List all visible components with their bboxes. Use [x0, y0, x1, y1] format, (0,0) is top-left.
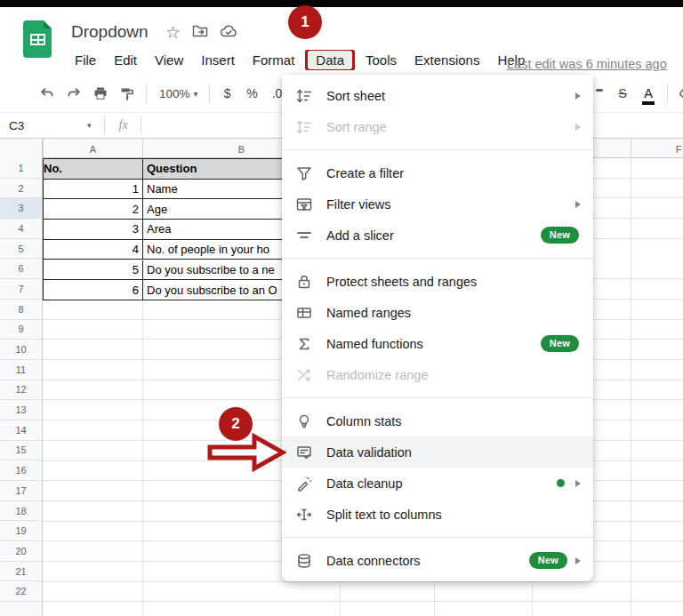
redo-button[interactable]: [60, 85, 87, 101]
menu-data[interactable]: Data: [308, 51, 352, 69]
strikethrough-button[interactable]: S: [610, 86, 635, 100]
menu-item-split-text-to-columns[interactable]: Split text to columns: [282, 499, 593, 530]
row-header[interactable]: 7: [0, 279, 42, 300]
menu-item-label: Data connectors: [326, 554, 421, 568]
row-header[interactable]: 20: [0, 541, 42, 562]
menu-item-label: Randomize range: [326, 368, 428, 382]
menu-item-data-connectors[interactable]: Data connectors New: [282, 545, 593, 576]
document-title[interactable]: Dropdown: [71, 22, 149, 42]
row-header[interactable]: 5: [0, 239, 42, 260]
format-percent-button[interactable]: %: [240, 86, 265, 100]
logo-fold: [44, 20, 52, 28]
cell-A4[interactable]: 3: [44, 220, 143, 240]
star-icon[interactable]: ☆: [165, 24, 181, 42]
toolbar-divider: [146, 84, 147, 103]
menu-file[interactable]: File: [66, 49, 105, 71]
menu-item-data-cleanup[interactable]: Data cleanup: [282, 468, 593, 499]
menu-divider: [282, 537, 593, 538]
data-dropdown-menu: Sort sheet Sort range Create a filter Fi…: [282, 75, 593, 581]
menu-extensions[interactable]: Extensions: [406, 49, 488, 71]
menu-item-data-validation[interactable]: Data validation: [282, 436, 593, 468]
undo-button[interactable]: [34, 85, 60, 101]
database-icon: [295, 552, 313, 570]
row-header[interactable]: 11: [0, 360, 42, 380]
google-sheets-window: Dropdown ☆ File Edit View Insert Format …: [0, 0, 683, 616]
row-header[interactable]: 8: [0, 300, 42, 320]
menu-item-label: Filter views: [326, 197, 391, 212]
menu-item-label: Sort sheet: [326, 89, 385, 103]
row-header[interactable]: 18: [0, 501, 42, 522]
submenu-arrow-icon: [575, 480, 581, 487]
submenu-arrow-icon: [575, 92, 581, 100]
partial-icon: [596, 89, 603, 92]
menu-item-randomize-range[interactable]: Randomize range: [282, 359, 593, 390]
menu-divider: [282, 258, 593, 259]
toolbar-divider: [667, 84, 668, 103]
submenu-arrow-icon: [575, 201, 581, 208]
toolbar-divider: [209, 84, 210, 103]
cell-A2[interactable]: 1: [44, 180, 143, 200]
formula-bar-divider: [104, 117, 105, 134]
cell-A6[interactable]: 5: [44, 260, 143, 281]
menu-item-column-stats[interactable]: Column stats: [282, 405, 593, 436]
menu-item-named-functions[interactable]: Named functions New: [282, 328, 593, 359]
browser-top-strip: [0, 0, 683, 7]
lightbulb-icon: [295, 412, 313, 430]
row-header[interactable]: 19: [0, 521, 42, 541]
zoom-caret-icon[interactable]: ▾: [194, 89, 198, 99]
menu-item-sort-range[interactable]: Sort range: [282, 111, 593, 142]
row-header[interactable]: 1: [0, 158, 42, 179]
cell-A5[interactable]: 4: [44, 240, 143, 260]
cell-A7[interactable]: 6: [44, 280, 143, 300]
row-header[interactable]: 4: [0, 219, 42, 239]
row-header[interactable]: 13: [0, 400, 42, 420]
row-header[interactable]: 16: [0, 460, 42, 481]
menu-tools[interactable]: Tools: [357, 49, 406, 71]
row-header[interactable]: 15: [0, 441, 42, 461]
last-edit-link[interactable]: Last edit was 6 minutes ago: [507, 57, 667, 71]
cleanup-icon: [295, 475, 313, 492]
menu-item-add-a-slicer[interactable]: Add a slicer New: [282, 220, 593, 251]
formula-bar-divider: [141, 117, 141, 134]
step-1-callout: 1: [288, 5, 322, 39]
step-2-arrow: [206, 433, 286, 472]
fill-color-button[interactable]: [673, 85, 683, 101]
menu-edit[interactable]: Edit: [105, 49, 146, 71]
row-header[interactable]: 21: [0, 562, 42, 582]
menu-item-protect-sheets-and-ranges[interactable]: Protect sheets and ranges: [282, 266, 593, 297]
row-header[interactable]: 2: [0, 179, 42, 199]
menu-format[interactable]: Format: [244, 49, 304, 71]
name-box[interactable]: C3: [0, 119, 85, 132]
print-button[interactable]: [87, 85, 114, 101]
cloud-status-icon[interactable]: [220, 24, 237, 42]
cell-A1[interactable]: No.: [44, 159, 143, 180]
paint-format-button[interactable]: [114, 85, 141, 101]
cell-A3[interactable]: 2: [44, 199, 143, 220]
row-header[interactable]: 12: [0, 380, 42, 401]
data-menu-highlight-box: Data: [305, 50, 355, 70]
column-header[interactable]: A: [43, 139, 142, 159]
row-header[interactable]: 22: [0, 581, 42, 602]
row-header[interactable]: 17: [0, 481, 42, 501]
submenu-arrow-icon: [575, 124, 581, 131]
menu-item-filter-views[interactable]: Filter views: [282, 188, 593, 220]
menu-item-label: Create a filter: [326, 166, 404, 180]
row-header[interactable]: 10: [0, 340, 42, 360]
row-header[interactable]: 14: [0, 420, 42, 441]
name-box-caret-icon[interactable]: ▾: [87, 121, 92, 130]
sheets-logo-icon[interactable]: [23, 20, 52, 58]
column-header[interactable]: F: [631, 139, 683, 159]
menu-item-label: Column stats: [326, 414, 402, 428]
menu-item-sort-sheet[interactable]: Sort sheet: [282, 80, 593, 111]
menu-item-create-a-filter[interactable]: Create a filter: [282, 157, 593, 188]
text-color-button[interactable]: A: [635, 86, 662, 100]
move-folder-icon[interactable]: [192, 24, 208, 42]
row-header[interactable]: 6: [0, 259, 42, 279]
menu-item-named-ranges[interactable]: Named ranges: [282, 297, 593, 328]
row-header[interactable]: 9: [0, 320, 42, 340]
row-header[interactable]: 3: [0, 198, 42, 219]
menu-insert[interactable]: Insert: [192, 49, 244, 71]
zoom-control[interactable]: 100%: [159, 87, 190, 100]
menu-view[interactable]: View: [146, 49, 192, 71]
format-currency-button[interactable]: $: [215, 86, 240, 100]
